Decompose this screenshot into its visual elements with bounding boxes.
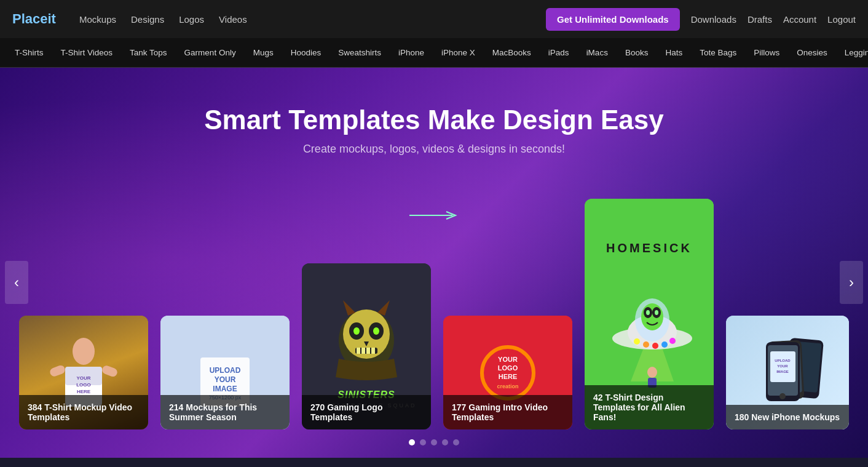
svg-text:UPLOAD: UPLOAD — [210, 366, 241, 375]
svg-point-34 — [634, 338, 640, 345]
card-gaming-logos[interactable]: SINISTERS BATTLE ROYALE SQUAD 270 Gaming… — [302, 263, 431, 429]
card-alien-tshirt[interactable]: HOMESICK — [585, 199, 714, 429]
category-books[interactable]: Books — [617, 38, 657, 67]
svg-text:LOGO: LOGO — [76, 382, 91, 388]
card-iphone-mockups[interactable]: UPLOAD YOUR IMAGE 180 New iPhone Mockups — [726, 316, 849, 429]
svg-marker-24 — [343, 300, 355, 316]
card-gaming-video[interactable]: YOURLOGOHEREcreation 177 Gaming Intro Vi… — [443, 316, 572, 429]
card-label: 270 Gaming Logo Templates — [302, 395, 431, 429]
nav-designs[interactable]: Designs — [131, 14, 164, 25]
svg-rect-20 — [357, 348, 360, 354]
category-imacs[interactable]: iMacs — [578, 38, 617, 67]
hero-title: Smart Templates Make Design Easy — [204, 105, 664, 135]
category-hoodies[interactable]: Hoodies — [282, 38, 330, 67]
logo-circle-text: YOURLOGOHEREcreation — [497, 355, 518, 391]
logo-text: Place — [12, 11, 48, 26]
svg-point-18 — [373, 327, 379, 335]
nav-logout[interactable]: Logout — [827, 14, 856, 25]
svg-rect-6 — [49, 364, 66, 377]
svg-text:HERE: HERE — [77, 389, 91, 394]
category-pillows[interactable]: Pillows — [745, 38, 788, 67]
svg-point-32 — [646, 310, 650, 315]
nav-videos[interactable]: Videos — [219, 14, 247, 25]
category-tote-bags[interactable]: Tote Bags — [691, 38, 745, 67]
hero-section: Smart Templates Make Design Easy Create … — [0, 68, 868, 458]
category-iphone-x[interactable]: iPhone X — [433, 38, 484, 67]
svg-point-51 — [779, 393, 786, 399]
svg-text:IMAGE: IMAGE — [213, 385, 237, 393]
category-tshirts[interactable]: T-Shirts — [6, 38, 52, 67]
svg-text:IMAGE: IMAGE — [776, 370, 789, 373]
svg-point-39 — [647, 367, 657, 378]
category-bar: T-Shirts T-Shirt Videos Tank Tops Garmen… — [0, 38, 868, 68]
category-leggings[interactable]: Leggings — [836, 38, 868, 67]
nav-right-actions: Get Unlimited Downloads Downloads Drafts… — [546, 8, 856, 31]
get-unlimited-button[interactable]: Get Unlimited Downloads — [546, 8, 680, 31]
svg-point-0 — [73, 338, 95, 365]
svg-marker-25 — [377, 300, 390, 316]
dot-2[interactable] — [420, 439, 426, 445]
nav-mockups[interactable]: Mockups — [79, 14, 116, 25]
main-nav-links: Mockups Designs Logos Videos — [79, 14, 529, 25]
svg-point-37 — [661, 341, 668, 348]
dot-5[interactable] — [453, 439, 459, 445]
dot-3[interactable] — [431, 439, 437, 445]
category-macbooks[interactable]: MacBooks — [484, 38, 540, 67]
alien-illustration — [594, 258, 711, 394]
carousel-container: YOUR LOGO HERE 384 T-Shirt Mockup Video … — [12, 199, 856, 429]
svg-text:YOUR: YOUR — [777, 364, 788, 368]
logo-accent: it — [48, 11, 56, 26]
card-summer-mockups[interactable]: UPLOAD YOUR IMAGE 750×1200 px 214 Mockup… — [160, 316, 290, 429]
card-label: 177 Gaming Intro Video Templates — [443, 395, 572, 429]
svg-rect-7 — [101, 364, 118, 378]
carousel-next-button[interactable]: › — [840, 261, 863, 304]
svg-point-38 — [669, 338, 676, 344]
logo-circle: YOURLOGOHEREcreation — [480, 345, 535, 401]
nav-downloads[interactable]: Downloads — [691, 14, 736, 25]
category-tank-tops[interactable]: Tank Tops — [121, 38, 176, 67]
carousel-dots — [409, 439, 459, 445]
svg-rect-22 — [366, 348, 370, 354]
category-ipads[interactable]: iPads — [540, 38, 578, 67]
card-label: 42 T-Shirt Design Templates for All Alie… — [585, 385, 714, 429]
category-tshirt-videos[interactable]: T-Shirt Videos — [52, 38, 122, 67]
category-iphone[interactable]: iPhone — [390, 38, 433, 67]
category-garment-only[interactable]: Garment Only — [176, 38, 245, 67]
category-onesies[interactable]: Onesies — [788, 38, 836, 67]
nav-logos[interactable]: Logos — [179, 14, 204, 25]
gaming-skull-illustration — [317, 297, 416, 396]
card-label: 180 New iPhone Mockups — [726, 405, 849, 429]
svg-point-33 — [655, 310, 658, 315]
svg-text:UPLOAD: UPLOAD — [775, 359, 791, 362]
card-label: 384 T-Shirt Mockup Video Templates — [19, 395, 148, 429]
svg-text:YOUR: YOUR — [76, 375, 90, 381]
top-navigation: Placeit Mockups Designs Logos Videos Get… — [0, 0, 868, 38]
svg-point-35 — [643, 341, 649, 348]
category-hats[interactable]: Hats — [657, 38, 691, 67]
svg-rect-21 — [361, 348, 365, 354]
svg-point-17 — [353, 327, 360, 335]
svg-rect-23 — [371, 348, 375, 354]
iphone-illustration: UPLOAD YOUR IMAGE — [735, 330, 840, 416]
svg-text:YOUR: YOUR — [215, 375, 236, 384]
nav-drafts[interactable]: Drafts — [748, 14, 772, 25]
svg-point-36 — [652, 343, 658, 349]
logo[interactable]: Placeit — [12, 11, 56, 27]
dot-1[interactable] — [409, 439, 415, 445]
card-tshirt-video[interactable]: YOUR LOGO HERE 384 T-Shirt Mockup Video … — [19, 316, 148, 429]
svg-point-29 — [641, 303, 663, 330]
card-label: 214 Mockups for This Summer Season — [160, 395, 290, 429]
category-mugs[interactable]: Mugs — [245, 38, 282, 67]
nav-account[interactable]: Account — [783, 14, 816, 25]
dot-4[interactable] — [442, 439, 448, 445]
carousel-prev-button[interactable]: ‹ — [5, 261, 28, 304]
alien-brand-text: HOMESICK — [594, 241, 704, 255]
hero-subtitle: Create mockups, logos, videos & designs … — [303, 143, 565, 156]
category-sweatshirts[interactable]: Sweatshirts — [329, 38, 390, 67]
